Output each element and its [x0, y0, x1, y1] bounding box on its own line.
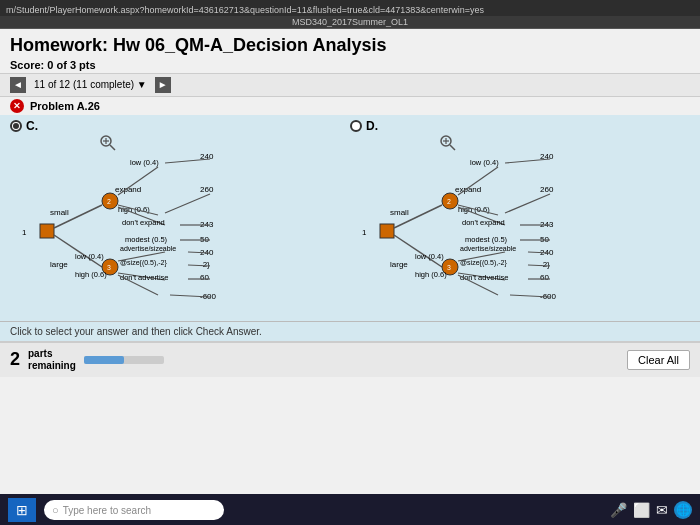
windows-icon: ⊞ — [16, 502, 28, 518]
taskbar-icons: 🎤 ⬜ ✉ 🌐 — [610, 501, 692, 519]
option-d-radio[interactable]: D. — [350, 119, 378, 133]
large-label-c: large — [50, 260, 68, 269]
taskbar-search-box[interactable]: ○ Type here to search — [44, 500, 224, 520]
low04-label-c: low (0.4) — [130, 158, 159, 167]
modest05-c: modest (0.5) — [125, 235, 168, 244]
svg-line-1 — [110, 145, 115, 150]
diagram-c: 1 small large 2 expand — [10, 133, 320, 317]
high06-large-c: high (0.6) — [75, 270, 107, 279]
browser-icon[interactable]: 🌐 — [674, 501, 692, 519]
nav-progress-text: 11 of 12 (11 complete) — [34, 79, 134, 90]
option-d-label: D. — [366, 119, 378, 133]
nav-dropdown-symbol[interactable]: ▼ — [137, 79, 147, 90]
line260-c — [165, 194, 210, 213]
val60-d: 60 — [540, 273, 549, 282]
zoom-c-icon[interactable] — [100, 135, 116, 155]
hw-score: Score: 0 of 3 pts — [10, 59, 690, 71]
instruction-text: Click to select your answer and then cli… — [0, 321, 700, 341]
size-note-c: @size{(0.5),-2} — [120, 259, 167, 267]
line260-d — [505, 194, 550, 213]
course-label: MSD340_2017Summer_OL1 — [0, 16, 700, 29]
low04-large-d: low (0.4) — [415, 252, 444, 261]
valneg2-c: -2} — [200, 260, 210, 269]
microphone-icon[interactable]: 🎤 — [610, 502, 627, 518]
node3-num-c: 3 — [107, 264, 111, 271]
answer-area: C. — [0, 115, 700, 321]
expand-label-c: expand — [115, 185, 141, 194]
clear-all-button[interactable]: Clear All — [627, 350, 690, 370]
dontexpand-label-d: don't expand — [462, 218, 505, 227]
diagram-d: 1 small large 2 expand low (0.4) 240 hig… — [350, 133, 660, 317]
diagram-d-svg: 1 small large 2 expand low (0.4) 240 hig… — [350, 137, 660, 317]
small-label-d: small — [390, 208, 409, 217]
small-label-c: small — [50, 208, 69, 217]
modest05-d: modest (0.5) — [465, 235, 508, 244]
low04-label-d: low (0.4) — [470, 158, 499, 167]
taskbar: ⊞ ○ Type here to search 🎤 ⬜ ✉ 🌐 — [0, 494, 700, 525]
mail-icon[interactable]: ✉ — [656, 502, 668, 518]
advertise-label-c: advertise/sizeable — [120, 245, 176, 252]
next-button[interactable]: ► — [155, 77, 171, 93]
hw-title: Homework: Hw 06_QM-A_Decision Analysis — [10, 35, 690, 57]
advertise-label-d: advertise/sizeable — [460, 245, 516, 252]
course-label-text: MSD340_2017Summer_OL1 — [292, 17, 408, 27]
valneg2-d: -2} — [540, 260, 550, 269]
problem-label: Problem A.26 — [30, 100, 100, 112]
node1-label-d: 1 — [362, 228, 367, 237]
prev-button[interactable]: ◄ — [10, 77, 26, 93]
node1-label-c: 1 — [22, 228, 27, 237]
node1-d — [380, 224, 394, 238]
footer-bar: 2 parts remaining Clear All — [0, 341, 700, 377]
content-wrapper: C. — [0, 115, 700, 377]
problem-row: ✕ Problem A.26 — [0, 97, 700, 115]
svg-line-5 — [450, 145, 455, 150]
node2-num-c: 2 — [107, 198, 111, 205]
url-text: m/Student/PlayerHomework.aspx?homeworkId… — [6, 5, 484, 15]
val260-c: 260 — [200, 185, 214, 194]
multitask-icon[interactable]: ⬜ — [633, 502, 650, 518]
dontadvertise-label-d: don't advertise — [460, 273, 509, 282]
val260-d: 260 — [540, 185, 554, 194]
windows-button[interactable]: ⊞ — [8, 498, 36, 522]
url-bar: m/Student/PlayerHomework.aspx?homeworkId… — [0, 0, 700, 16]
val60-c: 60 — [200, 273, 209, 282]
taskbar-search-text: Type here to search — [63, 505, 151, 516]
radio-c-circle[interactable] — [10, 120, 22, 132]
line240-c — [165, 159, 210, 163]
search-circle-icon: ○ — [52, 504, 59, 516]
node1-c — [40, 224, 54, 238]
nav-progress: 11 of 12 (11 complete) ▼ — [34, 79, 147, 90]
large-label-d: large — [390, 260, 408, 269]
hw-header: Homework: Hw 06_QM-A_Decision Analysis S… — [0, 29, 700, 74]
option-c-label: C. — [26, 119, 38, 133]
high06-large-d: high (0.6) — [415, 270, 447, 279]
line240-d — [505, 159, 550, 163]
option-c-radio[interactable]: C. — [10, 119, 38, 133]
radio-d-circle[interactable] — [350, 120, 362, 132]
diagram-c-svg: 1 small large 2 expand — [10, 137, 320, 317]
zoom-d-icon[interactable] — [440, 135, 456, 155]
node2-num-d: 2 — [447, 198, 451, 205]
progress-bar-outer — [84, 356, 164, 364]
expand-label-d: expand — [455, 185, 481, 194]
low04-large-c: low (0.4) — [75, 252, 104, 261]
dontexpand-label-c: don't expand — [122, 218, 165, 227]
parts-label: parts remaining — [28, 348, 76, 372]
dontadvertise-label-c: don't advertise — [120, 273, 169, 282]
main-content: Homework: Hw 06_QM-A_Decision Analysis S… — [0, 29, 700, 494]
click-instruction-label: Click to select your answer and then cli… — [10, 326, 262, 337]
progress-bar-inner — [84, 356, 124, 364]
nav-row: ◄ 11 of 12 (11 complete) ▼ ► — [0, 74, 700, 97]
size-note-d: @size{(0.5),-2} — [460, 259, 507, 267]
problem-status-icon: ✕ — [10, 99, 24, 113]
parts-number: 2 — [10, 349, 20, 370]
node3-num-d: 3 — [447, 264, 451, 271]
parts-remaining: 2 parts remaining — [10, 348, 164, 372]
